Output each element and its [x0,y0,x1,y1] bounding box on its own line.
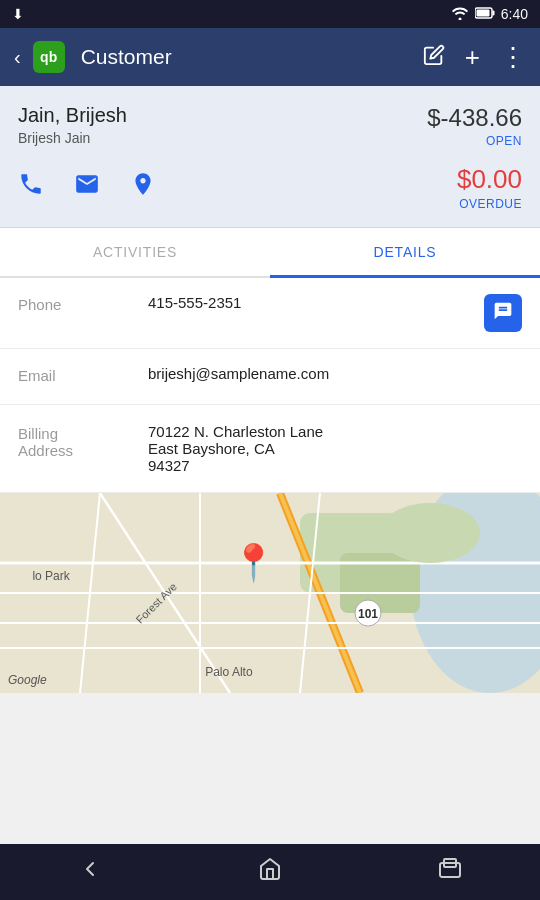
nav-actions: + ⋮ [423,42,526,73]
svg-text:101: 101 [358,607,378,621]
map-label-palo-alto: Palo Alto [205,665,252,679]
email-row: Email brijeshj@samplename.com [0,349,540,405]
tab-activities[interactable]: ACTIVITIES [0,228,270,278]
status-left: ⬇ [12,6,24,22]
phone-value[interactable]: 415-555-2351 [148,294,474,311]
time-display: 6:40 [501,6,528,22]
map-svg: 101 [0,493,540,693]
battery-icon [475,6,495,22]
google-logo: Google [8,673,47,687]
sms-button[interactable] [484,294,522,332]
tabs-bar: ACTIVITIES DETAILS [0,228,540,278]
phone-row: Phone 415-555-2351 [0,278,540,349]
email-value[interactable]: brijeshj@samplename.com [148,365,522,382]
add-button[interactable]: + [465,42,480,73]
nav-bar: ‹ qb Customer + ⋮ [0,28,540,86]
tab-details[interactable]: DETAILS [270,228,540,278]
app-logo: qb [33,41,65,73]
svg-point-19 [380,503,480,563]
page-title: Customer [81,45,413,69]
overdue-label: OVERDUE [457,197,522,211]
status-bar: ⬇ 6:40 [0,0,540,28]
phone-label: Phone [18,294,148,313]
map-label-lopark: lo Park [32,569,69,583]
billing-value: 70122 N. Charleston Lane East Bayshore, … [148,423,522,474]
customer-balance-amount: $-438.66 [427,104,522,132]
phone-action [484,294,522,332]
email-label: Email [18,365,148,384]
map-container[interactable]: 101 📍 lo Park Forest Ave Palo Alto Googl… [0,493,540,693]
billing-address-row: Billing Address 70122 N. Charleston Lane… [0,405,540,493]
nav-home-button[interactable] [258,857,282,887]
location-button[interactable] [130,169,156,206]
bottom-nav [0,844,540,900]
customer-name-sub: Brijesh Jain [18,130,127,146]
wifi-icon [451,6,469,23]
customer-top-row: Jain, Brijesh Brijesh Jain $-438.66 OPEN [18,104,522,148]
customer-action-row: $0.00 OVERDUE [18,164,522,211]
details-section: Phone 415-555-2351 Email brijeshj@sample… [0,278,540,493]
more-options-button[interactable]: ⋮ [500,42,526,73]
email-button[interactable] [72,171,102,204]
back-button[interactable]: ‹ [14,46,21,69]
overdue-block: $0.00 OVERDUE [457,164,522,211]
customer-card: Jain, Brijesh Brijesh Jain $-438.66 OPEN [0,86,540,228]
customer-name-block: Jain, Brijesh Brijesh Jain [18,104,127,146]
download-icon: ⬇ [12,6,24,22]
customer-name-main: Jain, Brijesh [18,104,127,127]
status-right: 6:40 [451,6,528,23]
sms-icon [493,301,513,326]
nav-back-button[interactable] [78,857,102,887]
map-pin: 📍 [231,545,276,581]
svg-rect-2 [492,11,494,16]
customer-contact-actions [18,169,156,206]
billing-label: Billing Address [18,423,148,459]
nav-recent-button[interactable] [438,857,462,887]
edit-button[interactable] [423,44,445,71]
overdue-amount: $0.00 [457,164,522,195]
customer-balance-block: $-438.66 OPEN [427,104,522,148]
phone-button[interactable] [18,171,44,204]
svg-rect-1 [476,10,489,17]
customer-balance-status: OPEN [427,134,522,148]
